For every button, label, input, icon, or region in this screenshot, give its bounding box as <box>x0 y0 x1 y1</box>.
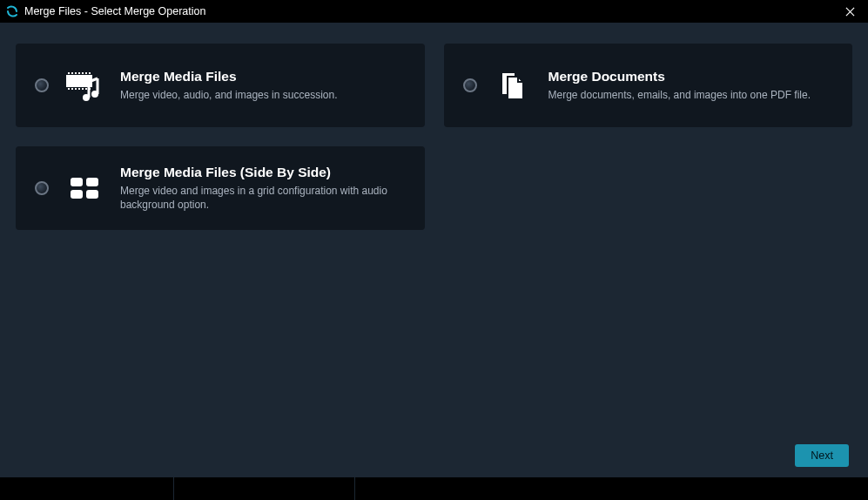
option-merge-documents[interactable]: Merge Documents Merge documents, emails,… <box>444 44 853 127</box>
footer: Next <box>0 434 868 477</box>
svg-rect-10 <box>68 88 70 90</box>
option-description: Merge documents, emails, and images into… <box>548 88 834 102</box>
svg-rect-19 <box>71 178 83 186</box>
svg-rect-14 <box>82 88 84 90</box>
option-merge-media-side-by-side[interactable]: Merge Media Files (Side By Side) Merge v… <box>16 146 425 230</box>
svg-rect-8 <box>85 72 87 74</box>
statusbar <box>0 477 868 500</box>
next-button[interactable]: Next <box>795 444 849 467</box>
svg-rect-9 <box>89 72 91 74</box>
grid-icon <box>64 168 104 208</box>
radio-icon[interactable] <box>463 78 477 92</box>
media-files-icon <box>64 65 104 105</box>
option-title: Merge Documents <box>548 69 834 84</box>
svg-rect-20 <box>86 178 98 186</box>
app-logo-icon <box>5 4 19 18</box>
svg-rect-6 <box>78 72 80 74</box>
titlebar: Merge Files - Select Merge Operation <box>0 0 868 23</box>
option-merge-media-files[interactable]: Merge Media Files Merge video, audio, an… <box>16 44 425 127</box>
svg-point-18 <box>91 91 98 98</box>
documents-icon <box>493 65 533 105</box>
svg-point-17 <box>83 94 90 101</box>
options-grid: Merge Media Files Merge video, audio, an… <box>0 23 868 434</box>
svg-rect-11 <box>71 88 73 90</box>
svg-rect-4 <box>71 72 73 74</box>
svg-rect-21 <box>71 190 83 199</box>
window-title: Merge Files - Select Merge Operation <box>24 5 837 17</box>
svg-rect-12 <box>75 88 77 90</box>
svg-rect-15 <box>85 88 87 90</box>
option-description: Merge video and images in a grid configu… <box>120 184 406 212</box>
option-title: Merge Media Files (Side By Side) <box>120 165 406 180</box>
svg-rect-13 <box>78 88 80 90</box>
close-button[interactable] <box>837 0 863 23</box>
radio-icon[interactable] <box>35 181 49 195</box>
svg-rect-5 <box>75 72 77 74</box>
option-description: Merge video, audio, and images in succes… <box>120 88 406 102</box>
statusbar-segment <box>355 477 868 500</box>
statusbar-segment <box>0 477 174 500</box>
statusbar-segment <box>174 477 355 500</box>
svg-rect-3 <box>68 72 70 74</box>
option-title: Merge Media Files <box>120 69 406 84</box>
svg-rect-22 <box>86 190 98 199</box>
radio-icon[interactable] <box>35 78 49 92</box>
svg-rect-7 <box>82 72 84 74</box>
